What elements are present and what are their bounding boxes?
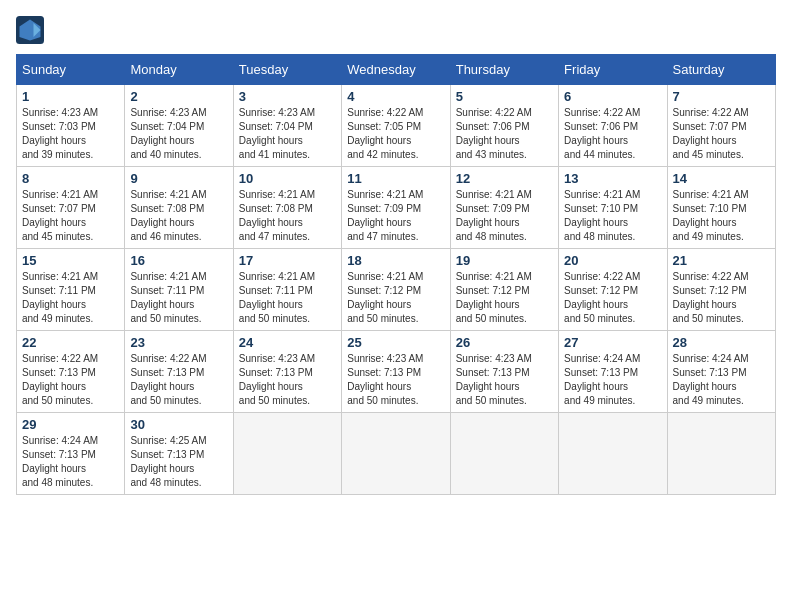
day-number: 28 — [673, 335, 770, 350]
calendar-cell: 10Sunrise: 4:21 AMSunset: 7:08 PMDayligh… — [233, 167, 341, 249]
day-number: 2 — [130, 89, 227, 104]
calendar-cell: 15Sunrise: 4:21 AMSunset: 7:11 PMDayligh… — [17, 249, 125, 331]
calendar-cell — [667, 413, 775, 495]
day-number: 22 — [22, 335, 119, 350]
calendar-cell — [559, 413, 667, 495]
day-info: Sunrise: 4:21 AMSunset: 7:10 PMDaylight … — [564, 188, 661, 244]
day-number: 7 — [673, 89, 770, 104]
calendar-cell: 30Sunrise: 4:25 AMSunset: 7:13 PMDayligh… — [125, 413, 233, 495]
weekday-header-friday: Friday — [559, 55, 667, 85]
weekday-row: SundayMondayTuesdayWednesdayThursdayFrid… — [17, 55, 776, 85]
calendar-cell: 14Sunrise: 4:21 AMSunset: 7:10 PMDayligh… — [667, 167, 775, 249]
calendar-week-4: 22Sunrise: 4:22 AMSunset: 7:13 PMDayligh… — [17, 331, 776, 413]
calendar-cell: 4Sunrise: 4:22 AMSunset: 7:05 PMDaylight… — [342, 85, 450, 167]
calendar-cell: 9Sunrise: 4:21 AMSunset: 7:08 PMDaylight… — [125, 167, 233, 249]
calendar-table: SundayMondayTuesdayWednesdayThursdayFrid… — [16, 54, 776, 495]
calendar-week-5: 29Sunrise: 4:24 AMSunset: 7:13 PMDayligh… — [17, 413, 776, 495]
calendar-cell: 22Sunrise: 4:22 AMSunset: 7:13 PMDayligh… — [17, 331, 125, 413]
day-info: Sunrise: 4:23 AMSunset: 7:04 PMDaylight … — [130, 106, 227, 162]
day-number: 26 — [456, 335, 553, 350]
day-info: Sunrise: 4:22 AMSunset: 7:13 PMDaylight … — [130, 352, 227, 408]
day-number: 1 — [22, 89, 119, 104]
calendar-body: 1Sunrise: 4:23 AMSunset: 7:03 PMDaylight… — [17, 85, 776, 495]
calendar-cell: 16Sunrise: 4:21 AMSunset: 7:11 PMDayligh… — [125, 249, 233, 331]
day-number: 25 — [347, 335, 444, 350]
day-number: 8 — [22, 171, 119, 186]
day-number: 24 — [239, 335, 336, 350]
day-number: 20 — [564, 253, 661, 268]
calendar-cell: 19Sunrise: 4:21 AMSunset: 7:12 PMDayligh… — [450, 249, 558, 331]
day-number: 13 — [564, 171, 661, 186]
page-header — [16, 16, 776, 44]
day-number: 30 — [130, 417, 227, 432]
day-number: 15 — [22, 253, 119, 268]
day-number: 17 — [239, 253, 336, 268]
day-info: Sunrise: 4:23 AMSunset: 7:04 PMDaylight … — [239, 106, 336, 162]
calendar-cell: 20Sunrise: 4:22 AMSunset: 7:12 PMDayligh… — [559, 249, 667, 331]
logo — [16, 16, 48, 44]
weekday-header-monday: Monday — [125, 55, 233, 85]
day-info: Sunrise: 4:21 AMSunset: 7:09 PMDaylight … — [456, 188, 553, 244]
day-info: Sunrise: 4:23 AMSunset: 7:13 PMDaylight … — [456, 352, 553, 408]
day-number: 16 — [130, 253, 227, 268]
day-number: 18 — [347, 253, 444, 268]
calendar-week-3: 15Sunrise: 4:21 AMSunset: 7:11 PMDayligh… — [17, 249, 776, 331]
weekday-header-wednesday: Wednesday — [342, 55, 450, 85]
day-number: 4 — [347, 89, 444, 104]
weekday-header-saturday: Saturday — [667, 55, 775, 85]
day-number: 21 — [673, 253, 770, 268]
day-number: 23 — [130, 335, 227, 350]
day-number: 27 — [564, 335, 661, 350]
day-info: Sunrise: 4:21 AMSunset: 7:08 PMDaylight … — [239, 188, 336, 244]
calendar-cell: 3Sunrise: 4:23 AMSunset: 7:04 PMDaylight… — [233, 85, 341, 167]
calendar-cell: 17Sunrise: 4:21 AMSunset: 7:11 PMDayligh… — [233, 249, 341, 331]
weekday-header-sunday: Sunday — [17, 55, 125, 85]
day-info: Sunrise: 4:21 AMSunset: 7:11 PMDaylight … — [22, 270, 119, 326]
day-info: Sunrise: 4:24 AMSunset: 7:13 PMDaylight … — [673, 352, 770, 408]
calendar-week-1: 1Sunrise: 4:23 AMSunset: 7:03 PMDaylight… — [17, 85, 776, 167]
calendar-cell: 18Sunrise: 4:21 AMSunset: 7:12 PMDayligh… — [342, 249, 450, 331]
day-info: Sunrise: 4:22 AMSunset: 7:06 PMDaylight … — [456, 106, 553, 162]
calendar-cell: 5Sunrise: 4:22 AMSunset: 7:06 PMDaylight… — [450, 85, 558, 167]
day-number: 6 — [564, 89, 661, 104]
day-info: Sunrise: 4:22 AMSunset: 7:12 PMDaylight … — [673, 270, 770, 326]
calendar-cell: 8Sunrise: 4:21 AMSunset: 7:07 PMDaylight… — [17, 167, 125, 249]
calendar-cell: 13Sunrise: 4:21 AMSunset: 7:10 PMDayligh… — [559, 167, 667, 249]
day-info: Sunrise: 4:21 AMSunset: 7:11 PMDaylight … — [239, 270, 336, 326]
weekday-header-tuesday: Tuesday — [233, 55, 341, 85]
calendar-cell: 7Sunrise: 4:22 AMSunset: 7:07 PMDaylight… — [667, 85, 775, 167]
day-info: Sunrise: 4:22 AMSunset: 7:05 PMDaylight … — [347, 106, 444, 162]
day-info: Sunrise: 4:21 AMSunset: 7:11 PMDaylight … — [130, 270, 227, 326]
day-number: 14 — [673, 171, 770, 186]
calendar-cell: 11Sunrise: 4:21 AMSunset: 7:09 PMDayligh… — [342, 167, 450, 249]
day-info: Sunrise: 4:23 AMSunset: 7:03 PMDaylight … — [22, 106, 119, 162]
logo-icon — [16, 16, 44, 44]
day-info: Sunrise: 4:24 AMSunset: 7:13 PMDaylight … — [564, 352, 661, 408]
calendar-cell: 28Sunrise: 4:24 AMSunset: 7:13 PMDayligh… — [667, 331, 775, 413]
calendar-cell: 12Sunrise: 4:21 AMSunset: 7:09 PMDayligh… — [450, 167, 558, 249]
day-number: 12 — [456, 171, 553, 186]
day-info: Sunrise: 4:22 AMSunset: 7:13 PMDaylight … — [22, 352, 119, 408]
calendar-cell: 26Sunrise: 4:23 AMSunset: 7:13 PMDayligh… — [450, 331, 558, 413]
day-info: Sunrise: 4:21 AMSunset: 7:08 PMDaylight … — [130, 188, 227, 244]
day-number: 19 — [456, 253, 553, 268]
calendar-cell: 24Sunrise: 4:23 AMSunset: 7:13 PMDayligh… — [233, 331, 341, 413]
day-number: 29 — [22, 417, 119, 432]
day-info: Sunrise: 4:22 AMSunset: 7:12 PMDaylight … — [564, 270, 661, 326]
calendar-cell — [233, 413, 341, 495]
day-info: Sunrise: 4:23 AMSunset: 7:13 PMDaylight … — [347, 352, 444, 408]
calendar-cell: 27Sunrise: 4:24 AMSunset: 7:13 PMDayligh… — [559, 331, 667, 413]
calendar-cell — [450, 413, 558, 495]
calendar-cell — [342, 413, 450, 495]
calendar-cell: 2Sunrise: 4:23 AMSunset: 7:04 PMDaylight… — [125, 85, 233, 167]
weekday-header-thursday: Thursday — [450, 55, 558, 85]
calendar-week-2: 8Sunrise: 4:21 AMSunset: 7:07 PMDaylight… — [17, 167, 776, 249]
day-info: Sunrise: 4:22 AMSunset: 7:06 PMDaylight … — [564, 106, 661, 162]
day-info: Sunrise: 4:24 AMSunset: 7:13 PMDaylight … — [22, 434, 119, 490]
calendar-cell: 25Sunrise: 4:23 AMSunset: 7:13 PMDayligh… — [342, 331, 450, 413]
calendar-header: SundayMondayTuesdayWednesdayThursdayFrid… — [17, 55, 776, 85]
day-info: Sunrise: 4:21 AMSunset: 7:12 PMDaylight … — [456, 270, 553, 326]
calendar-cell: 23Sunrise: 4:22 AMSunset: 7:13 PMDayligh… — [125, 331, 233, 413]
day-info: Sunrise: 4:25 AMSunset: 7:13 PMDaylight … — [130, 434, 227, 490]
day-number: 9 — [130, 171, 227, 186]
